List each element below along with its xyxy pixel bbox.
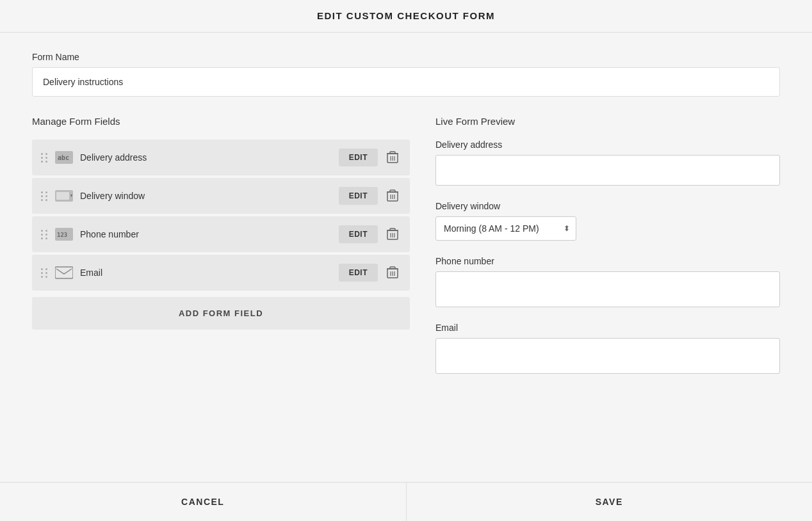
main-content: Form Name Manage Form Fields <box>0 33 812 482</box>
page-footer: CANCEL SAVE <box>0 482 812 521</box>
edit-btn-delivery-address[interactable]: EDIT <box>339 148 378 166</box>
field-name-phone-number: Phone number <box>80 229 332 239</box>
svg-rect-9 <box>56 192 69 200</box>
live-form-preview-panel: Live Form Preview Delivery address Deliv… <box>435 116 780 469</box>
form-fields-list: abc Delivery address EDIT <box>32 140 410 291</box>
page-header: EDIT CUSTOM CHECKOUT FORM <box>0 0 812 33</box>
preview-email-label: Email <box>435 323 780 333</box>
field-name-email: Email <box>80 268 332 278</box>
edit-btn-email[interactable]: EDIT <box>339 264 378 282</box>
form-name-input[interactable] <box>32 67 780 97</box>
cancel-button[interactable]: CANCEL <box>0 483 406 521</box>
field-name-delivery-address: Delivery address <box>80 152 332 163</box>
drag-handle-phone-number[interactable] <box>41 230 48 239</box>
preview-delivery-window-select-wrapper: Morning (8 AM - 12 PM) Afternoon (12 PM … <box>435 216 576 241</box>
field-row-delivery-address: abc Delivery address EDIT <box>32 140 410 175</box>
email-field-icon <box>54 266 74 280</box>
preview-delivery-address-label: Delivery address <box>435 140 780 150</box>
svg-text:123: 123 <box>57 232 67 238</box>
preview-delivery-window-group: Delivery window Morning (8 AM - 12 PM) A… <box>435 201 780 241</box>
svg-rect-4 <box>390 152 395 154</box>
drag-handle-email[interactable] <box>41 268 48 278</box>
page-title: EDIT CUSTOM CHECKOUT FORM <box>317 10 495 21</box>
two-col-section: Manage Form Fields abc <box>32 116 780 469</box>
field-row-phone-number: 123 Phone number EDIT <box>32 216 410 252</box>
form-name-section: Form Name <box>32 52 780 97</box>
preview-delivery-window-select[interactable]: Morning (8 AM - 12 PM) Afternoon (12 PM … <box>435 216 576 241</box>
svg-rect-28 <box>390 267 395 269</box>
svg-rect-25 <box>55 267 73 278</box>
drag-handle-delivery-address[interactable] <box>41 153 48 163</box>
preview-delivery-address-group: Delivery address <box>435 140 780 186</box>
preview-delivery-window-label: Delivery window <box>435 201 780 211</box>
field-row-delivery-window: Delivery window EDIT <box>32 178 410 214</box>
number-field-icon: 123 <box>54 227 74 241</box>
delete-btn-delivery-address[interactable] <box>384 148 401 166</box>
preview-phone-number-input[interactable] <box>435 271 780 307</box>
manage-fields-title: Manage Form Fields <box>32 116 410 127</box>
form-name-label: Form Name <box>32 52 780 62</box>
save-button[interactable]: SAVE <box>407 483 813 521</box>
drag-handle-delivery-window[interactable] <box>41 191 48 201</box>
manage-form-fields-panel: Manage Form Fields abc <box>32 116 410 469</box>
svg-text:abc: abc <box>58 154 69 161</box>
preview-title: Live Form Preview <box>435 116 780 127</box>
select-field-icon <box>54 189 74 203</box>
edit-btn-phone-number[interactable]: EDIT <box>339 225 378 243</box>
preview-delivery-address-input[interactable] <box>435 155 780 186</box>
delete-btn-delivery-window[interactable] <box>384 187 401 205</box>
preview-email-group: Email <box>435 323 780 374</box>
add-form-field-button[interactable]: ADD FORM FIELD <box>32 297 410 330</box>
edit-btn-delivery-window[interactable]: EDIT <box>339 187 378 205</box>
svg-rect-21 <box>390 228 395 230</box>
field-name-delivery-window: Delivery window <box>80 191 332 201</box>
preview-email-input[interactable] <box>435 338 780 374</box>
preview-phone-number-label: Phone number <box>435 256 780 266</box>
delete-btn-phone-number[interactable] <box>384 225 401 243</box>
preview-phone-number-group: Phone number <box>435 256 780 307</box>
svg-rect-13 <box>390 190 395 192</box>
field-row-email: Email EDIT <box>32 255 410 291</box>
text-field-icon: abc <box>54 150 74 164</box>
delete-btn-email[interactable] <box>384 264 401 282</box>
